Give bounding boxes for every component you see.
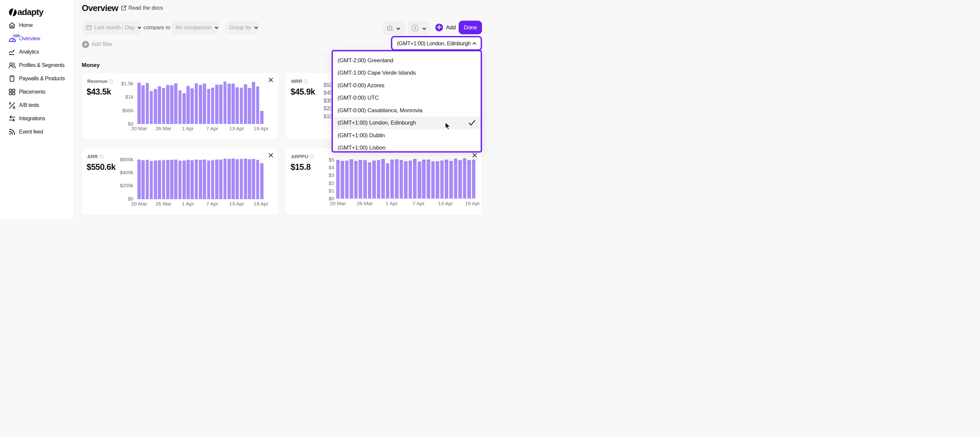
svg-text:A: A [9, 101, 11, 105]
svg-text:?: ? [100, 155, 102, 158]
svg-text:?: ? [311, 155, 313, 158]
svg-text:$: $ [414, 25, 416, 31]
svg-text:?: ? [305, 80, 307, 83]
svg-text:?: ? [110, 80, 112, 83]
svg-text:B: B [13, 105, 15, 109]
